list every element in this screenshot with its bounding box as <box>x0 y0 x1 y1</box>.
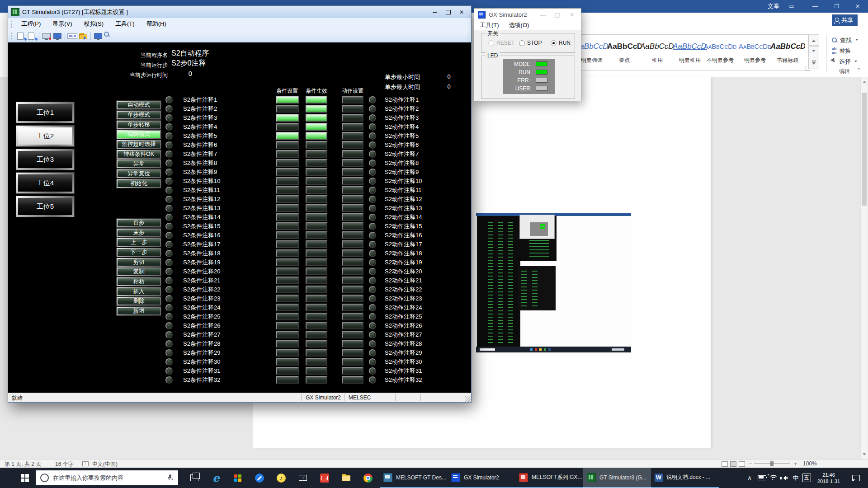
scroll-up-icon[interactable] <box>863 79 866 83</box>
scrollbar-thumb[interactable] <box>862 93 867 206</box>
gt-menu-item[interactable]: 工程(P) <box>15 18 47 30</box>
embedded-screenshot-image[interactable] <box>476 213 631 354</box>
mode-button[interactable]: 监控超时选择 <box>117 140 161 149</box>
station-button[interactable]: 工位2 <box>16 126 74 146</box>
styles-pane-launcher-icon[interactable] <box>806 66 810 70</box>
ime-keyboard-indicator[interactable]: 五 <box>801 468 812 488</box>
volume-indicator[interactable]: ✕ <box>778 468 790 488</box>
zoom-out-button[interactable]: − <box>749 460 752 467</box>
gt-menu-item[interactable]: 模拟(S) <box>78 18 109 30</box>
word-restore-button[interactable]: ❐ <box>829 0 844 13</box>
taskbar-app-3[interactable]: MELSOFT系列 GX... <box>515 468 583 488</box>
replace-button[interactable]: abac 替换 <box>832 46 851 56</box>
style-gallery-item[interactable]: AaBbCcD书籍标题 <box>770 38 805 66</box>
step-button[interactable]: 剪切 <box>117 258 161 267</box>
gt-maximize-button[interactable] <box>441 8 455 17</box>
gt-menu-item[interactable]: 帮助(H) <box>141 18 172 30</box>
screen-preview-icon[interactable] <box>93 32 103 41</box>
proofing-icon[interactable] <box>82 461 89 466</box>
station-button[interactable]: 工位3 <box>16 149 74 170</box>
task-view-button[interactable] <box>184 468 205 488</box>
mode-button[interactable]: 编辑模式 <box>117 130 161 139</box>
step-button[interactable]: 粘粘 <box>117 277 161 286</box>
gt-close-button[interactable]: ✕ <box>455 8 468 17</box>
mode-button[interactable]: 初始化 <box>117 179 161 188</box>
word-minimize-button[interactable]: — <box>807 0 823 13</box>
step-button[interactable]: 上一步 <box>117 238 161 247</box>
step-button[interactable]: 新增 <box>117 307 161 315</box>
clock[interactable]: 21:46 2018-1-31 <box>813 468 844 488</box>
word-close-button[interactable]: ✕ <box>850 0 865 13</box>
file-explorer-button[interactable] <box>335 468 357 488</box>
style-gallery-item[interactable]: AaBbCcD要点 <box>607 38 642 66</box>
zoom-in-button[interactable]: + <box>794 460 797 467</box>
open-project-icon[interactable] <box>16 32 26 41</box>
print-layout-icon[interactable] <box>730 461 736 467</box>
start-button[interactable] <box>14 468 35 488</box>
edge-button[interactable]: e <box>205 468 227 488</box>
mode-button[interactable]: 单步模式 <box>117 111 161 119</box>
mail-app-button[interactable] <box>314 468 335 488</box>
monitor-start-icon[interactable] <box>52 32 62 41</box>
radio-circle[interactable] <box>551 40 557 46</box>
open-folder-icon[interactable] <box>78 32 88 41</box>
ribbon-display-options-icon[interactable]: ▭ <box>784 0 799 13</box>
radio-stop[interactable]: STOP <box>519 40 542 46</box>
qq-music-button[interactable]: ♪ <box>270 468 292 488</box>
station-button[interactable]: 工位1 <box>16 102 74 123</box>
find-button[interactable]: 查找 <box>832 35 858 45</box>
network-indicator[interactable]: * <box>768 468 778 488</box>
mode-button[interactable]: 自动模式 <box>117 101 161 109</box>
action-center-button[interactable] <box>848 468 863 488</box>
gt-menu-item[interactable]: 显示(V) <box>47 18 78 30</box>
zoom-percentage[interactable]: 100% <box>803 460 817 467</box>
word-count[interactable]: 16 个字 <box>55 460 74 468</box>
zoom-slider-thumb[interactable] <box>770 461 774 466</box>
snapshot-icon[interactable] <box>27 32 37 41</box>
gt-minimize-button[interactable] <box>428 8 441 17</box>
gx-close-button[interactable]: ✕ <box>565 9 579 19</box>
battery-indicator[interactable] <box>756 468 768 488</box>
step-button[interactable]: 复制 <box>117 267 161 276</box>
taskbar-app-4[interactable]: GT Simulator3 (G... <box>583 468 651 488</box>
web-layout-icon[interactable] <box>739 461 745 467</box>
monitor-stop-icon[interactable] <box>42 32 52 41</box>
word-account-name[interactable]: 文举 <box>768 0 779 13</box>
gallery-scroll-down-button[interactable] <box>808 46 819 57</box>
read-mode-icon[interactable] <box>722 461 728 467</box>
ime-mode-indicator[interactable]: 中 <box>790 468 801 488</box>
style-gallery-item[interactable]: AaBbCcD.引用 <box>640 38 675 66</box>
gt-titlebar[interactable]: GT Simulator3 (GT27) [工程标题未设置 ] ✕ <box>8 6 471 18</box>
collapse-ribbon-icon[interactable]: ⌃ <box>856 67 861 74</box>
language-indicator[interactable]: 中文(中国) <box>92 460 118 468</box>
find-device-icon[interactable] <box>104 32 114 41</box>
step-button[interactable]: 插入 <box>117 287 161 296</box>
step-button[interactable]: 删除 <box>117 297 161 305</box>
microphone-icon[interactable] <box>168 474 173 482</box>
device-monitor-icon[interactable]: DEV <box>67 32 77 41</box>
step-button[interactable]: 下一步 <box>117 248 161 257</box>
step-button[interactable]: 末步 <box>117 229 161 237</box>
resize-grip[interactable] <box>465 396 471 402</box>
gt-menu-item[interactable]: 工具(T) <box>109 18 141 30</box>
radio-run[interactable]: RUN <box>551 40 571 46</box>
style-gallery-item[interactable]: AaBbCcDd不明显参考 <box>703 38 737 66</box>
station-button[interactable]: 工位4 <box>16 173 74 193</box>
gx-menu-item[interactable]: 选项(O) <box>509 21 529 29</box>
taskbar-app-1[interactable]: MELSOFT GT Des... <box>380 468 448 488</box>
taskbar-search-input[interactable]: 在这里输入你要搜索的内容 <box>36 470 178 485</box>
tray-expand-button[interactable]: ∧ <box>744 468 755 488</box>
style-gallery-item[interactable]: AaBbCcDd明显参考 <box>738 38 772 66</box>
mode-button[interactable]: 转移条件OK <box>117 150 161 159</box>
gx-menu-item[interactable]: 工具(T) <box>480 21 499 29</box>
store-button[interactable] <box>227 468 249 488</box>
scroll-down-icon[interactable] <box>863 453 866 457</box>
gx-titlebar[interactable]: GX Simulator2 — ▢ ✕ <box>474 9 581 20</box>
radio-circle[interactable] <box>519 40 525 46</box>
share-button[interactable]: 共享 <box>832 14 858 26</box>
vertical-scrollbar[interactable] <box>860 77 868 459</box>
style-gallery-item[interactable]: AaBbCcD.明显引用 <box>673 38 707 66</box>
page-indicator[interactable]: 第 1 页, 共 2 页 <box>5 460 41 468</box>
select-button[interactable]: 选择 <box>832 57 857 67</box>
gx-minimize-button[interactable]: — <box>536 9 550 19</box>
